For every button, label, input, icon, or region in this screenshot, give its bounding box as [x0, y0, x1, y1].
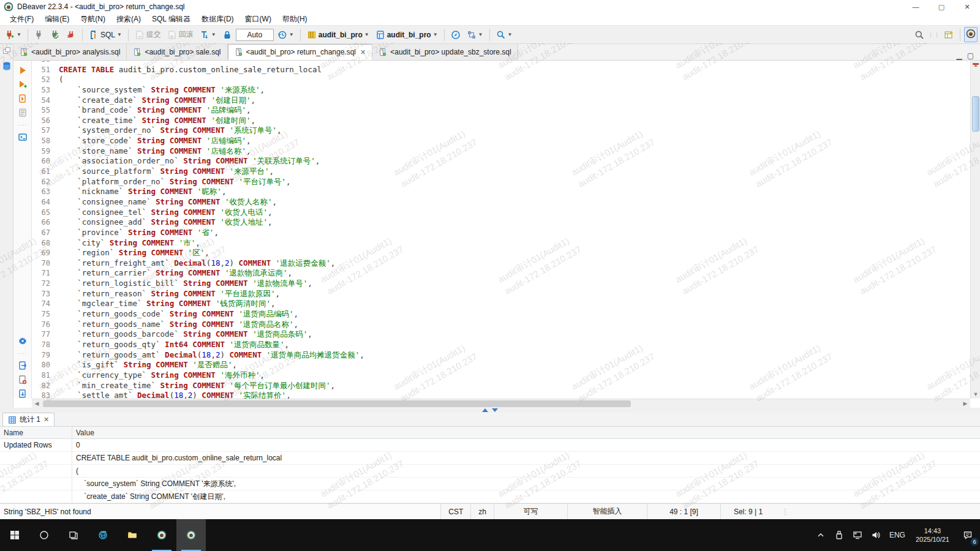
commit-mode-button[interactable]: ▼	[464, 28, 486, 42]
search-dropdown-caret[interactable]: ▼	[508, 32, 513, 37]
dbeaver-taskbar-button[interactable]	[147, 519, 176, 551]
panel-sash[interactable]	[0, 408, 980, 413]
dbeaver-perspective-button[interactable]	[964, 27, 978, 42]
reconnect-button[interactable]	[48, 28, 62, 42]
tray-usb-button[interactable]	[830, 519, 848, 551]
tray-volume-button[interactable]	[867, 519, 885, 551]
tray-network-button[interactable]	[848, 519, 867, 551]
commit-mode-icon	[467, 30, 477, 40]
connect-button[interactable]: ▼	[2, 28, 24, 42]
editor-horizontal-scrollbar[interactable]: ◀ ▶	[32, 399, 970, 408]
sql-editor-button[interactable]: SQL ▼	[86, 28, 124, 42]
sash-minimize-icon[interactable]	[492, 408, 498, 412]
file-explorer-button[interactable]	[118, 519, 147, 551]
tab-return-change-sql[interactable]: <audit_bi_pro> return_change.sql ✕	[228, 44, 373, 60]
action-center-button[interactable]: 6	[956, 519, 980, 551]
menu-edit[interactable]: 编辑(E)	[40, 13, 74, 26]
column-header-value[interactable]: Value	[72, 427, 980, 438]
open-perspective-button[interactable]	[941, 28, 956, 42]
scroll-down-icon[interactable]: ▼	[971, 390, 980, 399]
execute-new-tab-icon[interactable]	[18, 80, 28, 89]
quick-search-button[interactable]	[912, 28, 927, 42]
disconnect-button[interactable]	[32, 28, 47, 42]
commit-mode-caret[interactable]: ▼	[478, 32, 483, 37]
connect-dropdown-caret[interactable]: ▼	[17, 32, 21, 37]
status-insert-mode[interactable]: 智能插入	[567, 504, 647, 519]
explain-plan-icon[interactable]	[18, 108, 28, 118]
restore-view-icon[interactable]	[2, 47, 11, 55]
internet-explorer-button[interactable]	[88, 519, 118, 551]
menu-search[interactable]: 搜索(A)	[111, 13, 146, 26]
database-navigator-icon[interactable]	[2, 61, 12, 71]
status-language[interactable]: zh	[470, 504, 494, 519]
close-button[interactable]: ✕	[954, 0, 980, 13]
lock-button[interactable]	[220, 28, 235, 42]
maximize-editor-icon[interactable]: ▢	[967, 51, 974, 60]
column-header-name[interactable]: Name	[0, 427, 72, 438]
abort-connection-button[interactable]	[64, 28, 78, 42]
tab-sale-sql[interactable]: <audit_bi_pro> sale.sql	[127, 44, 227, 60]
load-file-icon[interactable]	[18, 389, 28, 399]
editor-vertical-scrollbar[interactable]: ▲ ▼	[970, 61, 980, 399]
scroll-right-icon[interactable]: ▶	[960, 399, 970, 408]
menu-file[interactable]: 文件(F)	[5, 13, 39, 26]
save-file-red-icon[interactable]	[18, 375, 28, 384]
menu-database[interactable]: 数据库(D)	[197, 13, 239, 26]
sql-dropdown-caret[interactable]: ▼	[117, 32, 122, 37]
gear-icon[interactable]	[18, 336, 28, 346]
scroll-left-icon[interactable]: ◀	[32, 399, 42, 408]
tray-chevron-button[interactable]	[812, 519, 830, 551]
horizontal-scroll-thumb[interactable]	[43, 400, 631, 407]
execute-statement-icon[interactable]	[18, 66, 28, 75]
table-row[interactable]: CREATE TABLE audit_bi_pro.custom_online_…	[0, 452, 980, 465]
menu-window[interactable]: 窗口(W)	[240, 13, 276, 26]
sql-code-editor[interactable]: 5051CREATE TABLE audit_bi_pro.custom_onl…	[32, 61, 970, 399]
start-button[interactable]	[0, 519, 29, 551]
maximize-button[interactable]: ▢	[929, 0, 954, 13]
table-row[interactable]: (	[0, 465, 980, 478]
tab-statistics[interactable]: 统计 1 ✕	[2, 413, 55, 426]
status-caret-position[interactable]: 49 : 1 [9]	[647, 504, 720, 519]
tab-analysis-sql[interactable]: <audit_bi_pro> analysis.sql	[13, 44, 127, 60]
minimize-button[interactable]: —	[903, 0, 929, 13]
menu-navigate[interactable]: 导航(N)	[75, 13, 110, 26]
table-row[interactable]: `create_date` String COMMENT '创建日期',	[0, 490, 980, 503]
tab-close-icon[interactable]: ✕	[360, 48, 366, 56]
database-select-caret[interactable]: ▼	[364, 32, 369, 37]
dbeaver-taskbar-button-active[interactable]	[176, 519, 206, 551]
tray-clock[interactable]: 14:43 2025/10/21	[910, 519, 956, 551]
execute-script-icon[interactable]	[18, 94, 28, 103]
schema-select-caret[interactable]: ▼	[433, 32, 438, 37]
status-timezone[interactable]: CST	[440, 504, 470, 519]
export-result-icon[interactable]	[18, 361, 28, 370]
toolbar-search-button[interactable]: ▼	[494, 28, 515, 42]
rollback-button[interactable]: 回滚	[165, 28, 196, 42]
table-row[interactable]: Updated Rows 0	[0, 439, 980, 452]
status-selection[interactable]: Sel: 9 | 1	[720, 504, 775, 519]
table-row[interactable]: `source_system` String COMMENT '来源系统',	[0, 478, 980, 490]
sash-maximize-icon[interactable]	[482, 408, 488, 412]
minimize-editor-icon[interactable]: ▁	[956, 51, 962, 60]
database-select[interactable]: audit_bi_pro ▼	[304, 28, 372, 42]
vertical-scroll-thumb[interactable]	[972, 96, 979, 132]
status-writable[interactable]: 可写	[494, 504, 567, 519]
transaction-mode-button[interactable]: ▼	[197, 28, 219, 42]
tray-language-button[interactable]: ENG	[885, 519, 910, 551]
autocommit-combo[interactable]: Auto	[236, 29, 274, 41]
scroll-up-icon[interactable]: ▲	[971, 61, 980, 69]
statistics-tab-close-icon[interactable]: ✕	[43, 416, 49, 424]
code-line: 74 `mgclear_time` String COMMENT '钱货两清时间…	[32, 299, 970, 309]
navigator-sync-button[interactable]	[448, 28, 463, 42]
transaction-log-button[interactable]: ▼	[275, 28, 296, 42]
history-dropdown-caret[interactable]: ▼	[289, 32, 294, 37]
menu-sql-editor[interactable]: SQL 编辑器	[147, 13, 195, 26]
transaction-dropdown-caret[interactable]: ▼	[211, 32, 216, 37]
terminal-icon[interactable]	[18, 132, 28, 142]
task-view-button[interactable]	[59, 519, 88, 551]
schema-select[interactable]: audit_bi_pro ▼	[373, 28, 440, 42]
commit-button[interactable]: 提交	[132, 28, 164, 42]
tab-update-sbz-store-sql[interactable]: <audit_bi_pro> update_sbz_store.sql	[372, 44, 518, 60]
taskbar-search-button[interactable]	[29, 519, 59, 551]
menu-help[interactable]: 帮助(H)	[277, 13, 312, 26]
overview-error-mark[interactable]	[973, 63, 979, 65]
